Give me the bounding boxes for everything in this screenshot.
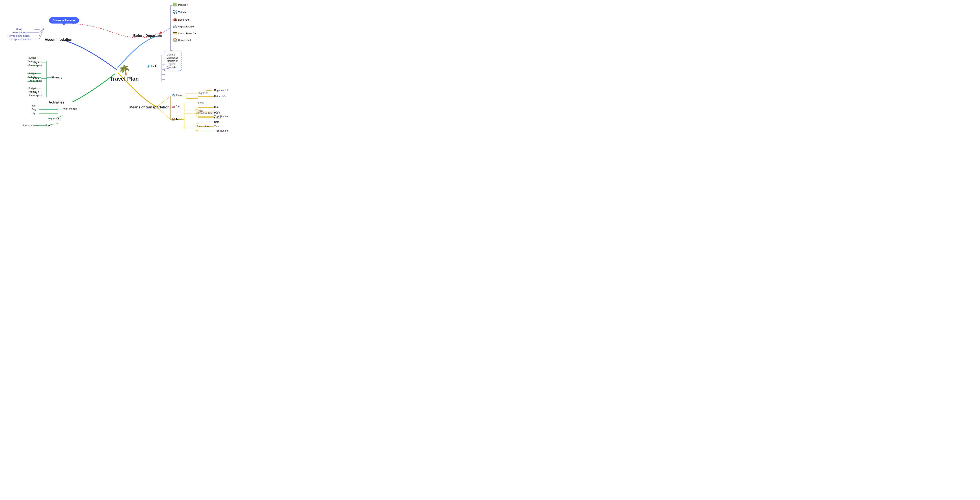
plane-icon: ✈️ <box>172 94 175 97</box>
day2-scenic: Scenic spots <box>29 80 42 82</box>
dep-train-number-item: Train Number <box>214 115 229 118</box>
special-snacks-item: Special snacks <box>22 124 38 127</box>
passport-item: 📗 Passport <box>173 2 188 7</box>
ret-date-item: Date <box>214 121 219 123</box>
train-icon: 🚂 <box>172 118 175 121</box>
hotel-phone-item: Hotel phone number <box>9 38 32 41</box>
sight-seeing-item: Sight seeing <box>48 117 61 120</box>
tickets-item: ✈️ Tickets <box>173 10 186 14</box>
svg-line-4 <box>39 29 44 39</box>
pack-label: 🧳 Pack <box>147 65 157 68</box>
advance-reserve-bubble[interactable]: Advance Reserve <box>49 17 79 24</box>
accommodation-label: Accommodation <box>45 38 72 42</box>
itinerary-label: Itinerary <box>51 76 62 79</box>
book-hotel-icon: 🏨 <box>173 18 177 21</box>
train-label: 🚂 Train <box>172 118 181 121</box>
svg-line-2 <box>39 29 44 32</box>
pack-cosmetic: Cosmetic <box>167 66 178 68</box>
day1-scenic: Scenic spots <box>29 64 42 67</box>
car-icon: 🚗 <box>172 105 175 108</box>
tickets-icon: ✈️ <box>173 10 177 14</box>
pack-clothing: Clothing <box>167 53 178 56</box>
ret-time-item: Time <box>214 125 220 127</box>
svg-marker-0 <box>159 31 163 34</box>
pack-electronics: Electronics <box>167 56 178 59</box>
advance-reserve-label: Advance Reserve <box>52 19 75 22</box>
day2-label: Day 2 <box>33 76 39 79</box>
hotel-address-item: Hotel address <box>12 31 28 34</box>
food-label: Food <box>46 124 51 127</box>
luggage-icon: 🧳 <box>147 65 150 68</box>
day1-budget: Budget <box>29 56 36 59</box>
cash-card-item: 💳 Cash / Bank Card <box>173 31 198 35</box>
departure-time-label: Departure time <box>197 112 212 115</box>
house-icon: 🏠 <box>173 38 177 42</box>
return-info-item: Return Info <box>214 95 226 98</box>
passport-icon: 📗 <box>173 3 177 6</box>
svg-line-84 <box>196 123 198 124</box>
to-rent-item: To rent <box>196 101 204 104</box>
bus-icon: 🚌 <box>173 24 177 28</box>
center-node: 🌴 Travel Plan <box>110 65 139 82</box>
pack-medication: Medication <box>167 60 178 62</box>
return-time-label: Return time <box>197 125 209 128</box>
how-get-item: How to get to hotel? <box>8 34 30 37</box>
book-hotel-item: 🏨 Book hotel <box>173 17 190 22</box>
hotel-item: Hotel <box>16 28 22 31</box>
tom-item: Tom <box>32 104 36 107</box>
flight-info-label: Flight Info <box>198 92 208 94</box>
house-stuff-item: 🏠 House stuff <box>173 38 191 42</box>
airport-shuttle-item: 🚌 Airport shuttle <box>173 24 194 29</box>
palm-tree-icon: 🌴 <box>110 65 139 76</box>
svg-line-67 <box>196 116 198 117</box>
svg-line-76 <box>196 108 198 110</box>
dep-date-item: Date <box>214 106 219 108</box>
day1-label: Day 1 <box>33 61 39 64</box>
card-icon: 💳 <box>173 31 177 35</box>
departure-info-item: Departure Info <box>214 89 229 92</box>
amy-item: Amy <box>32 108 37 111</box>
day2-budget: Budget <box>29 72 36 75</box>
activities-label: Activities <box>49 100 64 105</box>
svg-line-3 <box>39 29 44 36</box>
main-title: Travel Plan <box>110 76 139 82</box>
day3-label: Day 3 <box>33 91 39 94</box>
plane-label: ✈️ Plane <box>172 94 182 97</box>
day3-scenic: Scenic spots <box>29 94 42 97</box>
ret-train-number-item: Train Number <box>214 129 229 132</box>
car-label: 🚗 Car <box>172 105 180 108</box>
svg-line-1 <box>39 29 44 29</box>
before-departure-label: Before Departure <box>133 34 162 38</box>
lily-item: Lily <box>32 112 35 115</box>
dep-time-item: Time <box>214 110 220 113</box>
pack-hygiene: Hygiene <box>167 63 178 65</box>
visit-friends-label: Visit friends <box>63 107 76 110</box>
svg-line-57 <box>198 90 214 91</box>
day3-budget: Budget <box>29 87 36 90</box>
transport-label: Means of transportation <box>129 105 170 110</box>
